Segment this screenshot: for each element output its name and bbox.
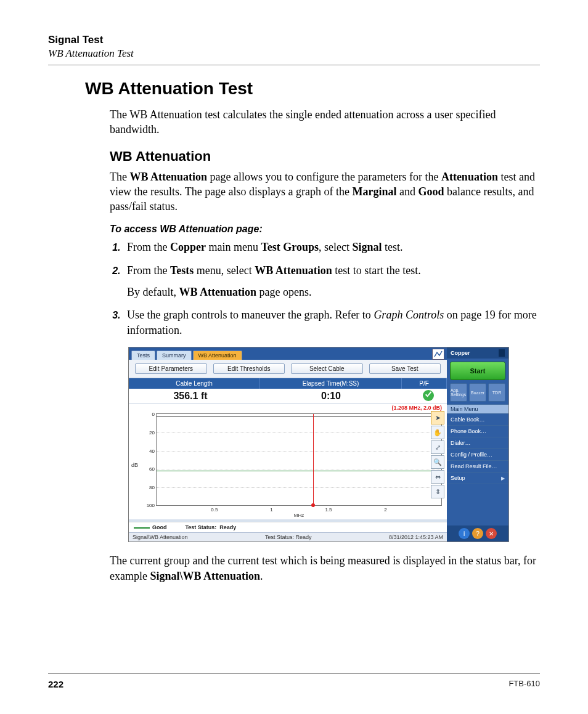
header-rule	[48, 65, 540, 65]
header-cable-length: Cable Length	[129, 378, 260, 389]
value-elapsed-time: 0:10	[252, 391, 410, 402]
fit-width-icon[interactable]: ⇔	[431, 470, 444, 484]
status-timestamp: 8/31/2012 1:45:23 AM	[389, 534, 443, 540]
header-pass-fail: P/F	[402, 378, 447, 389]
menu-config-profile[interactable]: Config / Profile…	[447, 449, 508, 461]
side-title: Copper	[451, 350, 470, 356]
subsection-title: WB Attenuation	[110, 148, 540, 164]
graph-mode-icon[interactable]	[432, 349, 444, 360]
x-axis-label: MHz	[156, 513, 442, 518]
step-3: Use the graph controls to maneuver the g…	[123, 307, 540, 338]
cursor-line[interactable]	[313, 414, 314, 505]
menu-read-result-file[interactable]: Read Result File…	[447, 461, 508, 473]
ytick: 100	[140, 503, 157, 508]
closing-paragraph: The current group and the current test w…	[110, 553, 540, 583]
help-icon[interactable]: ?	[472, 528, 483, 539]
fit-height-icon[interactable]: ⇕	[431, 485, 444, 498]
legend-swatch-good	[134, 527, 150, 529]
status-bar: Signal\WB Attenuation Test Status: Ready…	[129, 532, 447, 542]
subsection-paragraph: The WB Attenuation page allows you to co…	[110, 169, 540, 214]
ytick: 0	[140, 412, 157, 417]
section-title: WB Attenuation Test	[85, 79, 540, 99]
result-value-row: 356.1 ft 0:10	[129, 389, 447, 404]
pass-icon	[423, 390, 434, 401]
chevron-right-icon: ▶	[501, 476, 505, 481]
ytick: 60	[140, 466, 157, 472]
intro-paragraph: The WB Attenuation test calculates the s…	[110, 107, 540, 137]
graph-area: dB 0 20 40 60 80 100	[129, 411, 447, 519]
tab-wb-attenuation[interactable]: WB Attenuation	[193, 351, 242, 360]
side-panel: Copper Start App. Settings Buzzer TDR Ma…	[447, 347, 508, 542]
cursor-handle[interactable]	[311, 503, 315, 507]
result-header-row: Cable Length Elapsed Time(M:SS) P/F	[129, 378, 447, 389]
edit-parameters-button[interactable]: Edit Parameters	[135, 363, 207, 374]
tab-summary[interactable]: Summary	[157, 351, 192, 360]
value-cable-length: 356.1 ft	[129, 389, 252, 404]
side-grip-icon	[499, 349, 505, 357]
step-2: From the Tests menu, select WB Attenuati…	[123, 263, 540, 300]
side-title-bar: Copper	[447, 347, 508, 359]
footer-rule	[48, 673, 540, 674]
pan-tool-icon[interactable]: ✋	[431, 426, 444, 439]
side-bottom-bar: i ? ✕	[447, 525, 508, 542]
ytick: 80	[140, 484, 157, 490]
save-test-button[interactable]: Save Test	[369, 363, 441, 374]
step-1: From the Copper main menu Test Groups, s…	[123, 240, 540, 255]
menu-setup[interactable]: Setup▶	[447, 473, 508, 484]
status-center: Test Status: Ready	[265, 534, 312, 540]
cursor-annotation: (1.208 MHz, 2.0 dB)	[129, 404, 447, 411]
status-path: Signal\WB Attenuation	[133, 534, 188, 540]
legend-row: Good Test Status: Ready	[129, 522, 447, 532]
running-title: Signal Test	[48, 34, 540, 46]
select-cable-button[interactable]: Select Cable	[291, 363, 363, 374]
test-status-label: Test Status:	[186, 524, 217, 530]
tdr-button[interactable]: TDR	[488, 383, 505, 402]
header-elapsed-time: Elapsed Time(M:SS)	[260, 378, 402, 389]
value-pass-fail	[410, 390, 447, 402]
test-status-value: Ready	[219, 524, 236, 530]
page-number: 222	[48, 679, 63, 689]
running-subtitle: WB Attenuation Test	[48, 47, 540, 60]
graph-toolbar: ➤ ✋ ⤢ 🔍 ⇔ ⇕	[431, 411, 444, 498]
app-settings-button[interactable]: App. Settings	[450, 383, 467, 402]
menu-dialer[interactable]: Dialer…	[447, 437, 508, 449]
toolbar: Edit Parameters Edit Thresholds Select C…	[129, 360, 447, 378]
start-button[interactable]: Start	[450, 362, 505, 380]
buzzer-button[interactable]: Buzzer	[469, 383, 486, 402]
legend-good-label: Good	[152, 524, 167, 530]
zoom-in-icon[interactable]: ⤢	[431, 440, 444, 454]
pointer-tool-icon[interactable]: ➤	[431, 411, 444, 424]
series-good-threshold	[157, 471, 441, 471]
y-axis-label: dB	[131, 462, 138, 468]
side-menu-heading: Main Menu	[447, 404, 508, 414]
x-ticks: 0 0.5 1 1.5 2 0	[156, 507, 442, 513]
ytick: 20	[140, 430, 157, 436]
ytick: 40	[140, 448, 157, 453]
procedure-heading: To access WB Attenuation page:	[110, 224, 540, 235]
device-screenshot: Tests Summary WB Attenuation Edit Parame…	[128, 347, 509, 542]
procedure-steps: From the Copper main menu Test Groups, s…	[110, 240, 540, 338]
plot-area[interactable]: 0 20 40 60 80 100	[156, 413, 442, 506]
zoom-tool-icon[interactable]: 🔍	[431, 455, 444, 469]
close-icon[interactable]: ✕	[486, 528, 497, 539]
tab-bar: Tests Summary WB Attenuation	[129, 347, 447, 360]
edit-thresholds-button[interactable]: Edit Thresholds	[213, 363, 285, 374]
menu-phone-book[interactable]: Phone Book…	[447, 426, 508, 437]
info-icon[interactable]: i	[459, 528, 470, 539]
menu-cable-book[interactable]: Cable Book…	[447, 414, 508, 426]
series-attenuation	[157, 416, 441, 416]
document-id: FTB-610	[508, 679, 540, 689]
tab-tests[interactable]: Tests	[131, 351, 155, 360]
